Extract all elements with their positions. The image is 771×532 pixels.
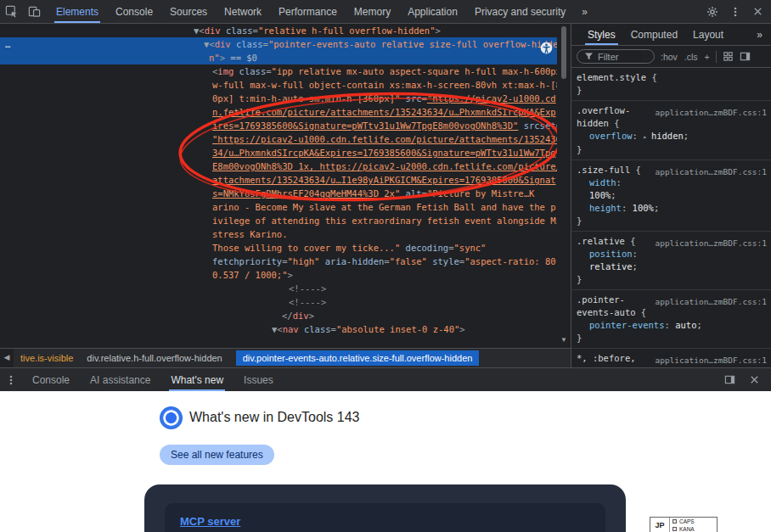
styles-filter-input[interactable]: Filter [577, 49, 655, 64]
breadcrumb-scroll-left-icon[interactable]: ◀ [0, 349, 14, 367]
drawer-tab-label: What's new [171, 374, 223, 386]
dom-tree-line[interactable]: Those willing to cover my ticke..." deco… [0, 241, 571, 255]
dom-tree-line[interactable]: <!----> [0, 282, 571, 295]
sidebar-toggle-icon[interactable] [740, 51, 751, 62]
dom-tree-line[interactable]: stress Karino. [0, 227, 571, 241]
dom-tree-line[interactable]: n"> == $0 [0, 51, 571, 64]
dom-tree-line[interactable]: 0px] t:min-h-auto sm:min-h-[360px]" src=… [0, 92, 571, 105]
dom-token-link: E8m00vogONh8%3D 1x, https://picav2-u2000… [212, 161, 561, 171]
dom-tree-line[interactable]: fetchpriority="high" aria-hidden="false"… [0, 255, 571, 268]
dom-token-tag: img [217, 66, 234, 76]
accessibility-icon[interactable] [540, 42, 553, 54]
dom-tree-line[interactable]: 0.537 / 1000;"> [0, 268, 571, 282]
css-declaration[interactable]: overflow: ▸ hidden; [577, 130, 767, 143]
panel-tab[interactable]: Privacy and security [466, 0, 574, 23]
breadcrumb-item[interactable]: div.relative.h-full.overflow-hidden [87, 353, 222, 363]
scrollbar[interactable]: ▼ [557, 24, 571, 348]
dom-tree-line[interactable]: ires=1769385600&Signature=pWTtv31u1Ww7Tp… [0, 119, 571, 132]
css-declaration[interactable]: width: 100%; [577, 176, 767, 202]
panel-tab[interactable]: Performance [270, 0, 346, 23]
dom-tree-line[interactable]: n.fetlife.com/picture/attachments/135243… [0, 105, 571, 119]
drawer-tab[interactable]: What's new [160, 368, 234, 391]
device-toolbar-icon[interactable] [23, 0, 46, 23]
dom-tree-line[interactable]: ivilege of attending this extraordinary … [0, 214, 571, 227]
dom-tree-line[interactable]: w-full max-w-full object-contain xs:max-… [0, 78, 571, 92]
mcp-server-link[interactable]: MCP server [180, 515, 240, 528]
css-declaration[interactable]: pointer-events: auto; [577, 319, 767, 332]
more-styles-tabs-chevron[interactable]: » [748, 24, 771, 45]
css-declaration[interactable]: position: relative; [577, 248, 767, 273]
css-source-link[interactable]: application…zmBDF.css:1 [655, 165, 767, 178]
settings-gear-icon[interactable] [701, 0, 723, 23]
filter-toggle[interactable]: :hov [661, 52, 678, 62]
scrollbar-thumb[interactable] [561, 26, 566, 79]
dom-tree-line[interactable]: 34/u…PhxmnkdSIrcpKA&Expires=1769385600&S… [0, 146, 571, 160]
ime-caps-label: CAPS [679, 518, 695, 524]
close-drawer-icon[interactable] [743, 368, 766, 391]
dom-token-tag: div [205, 25, 221, 36]
css-selector[interactable]: .pointer-events-auto [577, 294, 636, 317]
css-selector[interactable]: .size-full [577, 165, 630, 175]
ime-caps-row[interactable]: CAPS [670, 518, 717, 525]
drawer-tab[interactable]: Issues [234, 368, 284, 391]
panel-tab[interactable]: Network [216, 0, 270, 23]
css-rules-list: element.style {}application…zmBDF.css:1.… [571, 68, 771, 367]
css-source-link[interactable]: application…zmBDF.css:1 [655, 237, 767, 249]
dom-tree-line[interactable]: </div> [0, 309, 571, 322]
dom-tree-line[interactable]: s=NMkYosFgRMhrsEF204qqMeHM44%3D 2x" alt=… [0, 187, 571, 200]
dom-tree-line[interactable]: arino - Become My slave at the German Fe… [0, 200, 571, 214]
ime-kana-row[interactable]: KANA [670, 525, 717, 532]
dom-token-val: 0px] t:min-h-auto sm:min-h-[360px]" [212, 93, 400, 104]
dom-tree-line[interactable]: …▼<div class="pointer-events-auto relati… [0, 37, 571, 51]
scrollbar-down-arrow-icon[interactable]: ▼ [557, 334, 571, 346]
dom-tree-line[interactable]: attachments/135243634/u…I1e98yAiPKGICM&E… [0, 173, 571, 187]
see-all-features-button[interactable]: See all new features [160, 445, 274, 465]
collapsed-marker[interactable]: … [5, 37, 10, 51]
filter-toggle[interactable]: + [705, 52, 710, 62]
css-selector[interactable]: element.style [577, 72, 646, 82]
dom-tree-line[interactable]: ▼<div class="relative h-full overflow-hi… [0, 24, 571, 37]
kana-checkbox-icon[interactable] [673, 527, 677, 531]
dom-tree-line[interactable]: "https://picav2-u1000.cdn.fetlife.com/pi… [0, 132, 571, 146]
styles-tab[interactable]: Styles [580, 24, 623, 45]
more-panels-chevron[interactable]: » [574, 6, 595, 18]
css-source-link[interactable]: application…zmBDF.css:1 [655, 106, 767, 119]
breadcrumb-item[interactable]: tive.is-visible [20, 353, 73, 363]
panel-tab[interactable]: Memory [346, 0, 399, 23]
inspect-element-icon[interactable] [0, 0, 23, 23]
grid-toggle-icon[interactable] [723, 51, 734, 62]
css-source-link[interactable]: application…zmBDF.css:1 [655, 354, 767, 367]
css-selector[interactable]: .overflow-hidden [577, 105, 630, 128]
ime-language[interactable]: JP [650, 518, 670, 532]
drawer-tab[interactable]: Console [22, 368, 80, 391]
dom-tree-line[interactable]: E8m00vogONh8%3D 1x, https://picav2-u2000… [0, 160, 571, 173]
breadcrumb-item[interactable]: div.pointer-events-auto.relative.size-fu… [236, 350, 480, 366]
close-devtools-icon[interactable] [746, 0, 769, 23]
dom-token-val: "ipp relative mx-auto aspect-square h-fu… [272, 66, 561, 76]
css-source-link[interactable]: application…zmBDF.css:1 [655, 295, 767, 308]
css-declaration[interactable]: height: 100%; [577, 202, 767, 215]
panel-tab[interactable]: Console [107, 0, 161, 23]
panel-tab[interactable]: Application [399, 0, 466, 23]
dom-token-val: n" [209, 53, 220, 63]
filter-toggle[interactable]: .cls [684, 52, 698, 62]
drawer-menu-icon[interactable] [0, 368, 22, 391]
dom-tree-line[interactable]: <img class="ipp relative mx-auto aspect-… [0, 64, 571, 78]
ime-indicator[interactable]: JP CAPS KANA [650, 517, 718, 532]
drawer-tab[interactable]: AI assistance [80, 368, 160, 391]
caps-checkbox-icon[interactable] [673, 519, 677, 524]
dock-panel-icon[interactable] [718, 368, 741, 391]
filter-placeholder: Filter [598, 52, 618, 62]
more-options-icon[interactable] [723, 0, 746, 23]
css-rule: application…zmBDF.css:1.overflow-hidden … [571, 101, 771, 160]
dom-tree-line[interactable]: ▼<nav class="absolute inset-0 z-40"> [0, 322, 571, 336]
panel-tab-label: Console [115, 6, 153, 18]
panel-tab[interactable]: Sources [161, 0, 216, 23]
panel-tab[interactable]: Elements [48, 0, 107, 23]
styles-tab[interactable]: Computed [623, 24, 685, 45]
css-selector[interactable]: .relative [577, 236, 625, 246]
dom-tree-line[interactable]: <!----> [0, 295, 571, 309]
styles-tab[interactable]: Layout [685, 24, 731, 45]
panel-tabs: ElementsConsoleSourcesNetworkPerformance… [48, 0, 574, 23]
css-selector[interactable]: *, :before, :after [577, 353, 636, 367]
